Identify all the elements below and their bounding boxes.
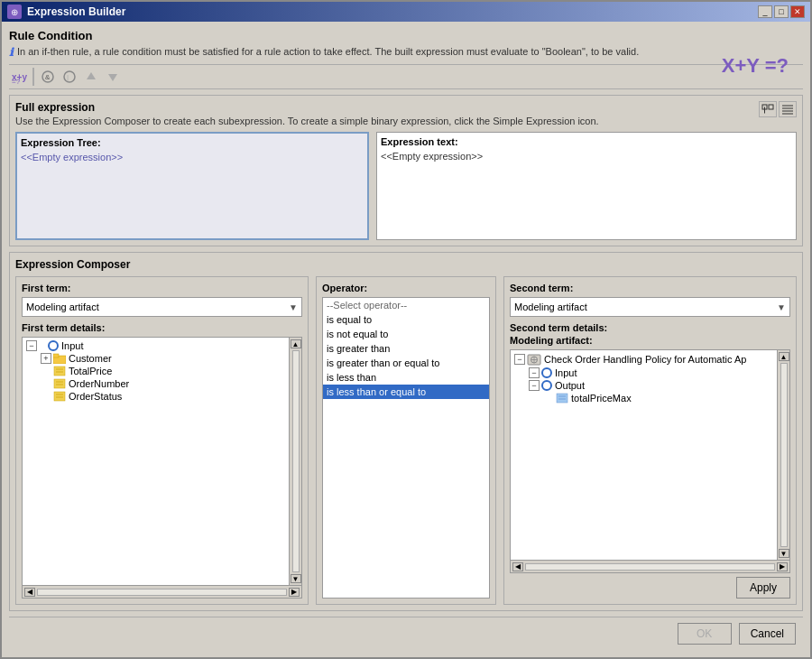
tree-row[interactable]: totalPriceMax: [512, 392, 775, 404]
full-expression-panel: Full expression Use the Expression Compo…: [9, 95, 803, 246]
expression-tree-box: Expression Tree: <<Empty expression>>: [15, 132, 369, 240]
expression-composer-panel: Expression Composer First term: Modeling…: [9, 252, 803, 611]
scroll-left-button[interactable]: ◀: [512, 562, 523, 571]
input-icon: [541, 367, 552, 378]
tree-label: Input: [61, 340, 83, 351]
scroll-up-button[interactable]: ▲: [291, 339, 301, 348]
first-term-tree-content: − Input +: [23, 338, 289, 585]
svg-marker-7: [108, 74, 117, 81]
simple-expression-icon[interactable]: [759, 101, 777, 117]
second-term-arrow: ▼: [777, 302, 786, 312]
operator-placeholder[interactable]: --Select operator--: [323, 298, 489, 312]
tree-label: OrderNumber: [69, 378, 129, 389]
tree-label: Check Order Handling Policy for Automati…: [544, 354, 746, 365]
svg-text:&: &: [45, 73, 51, 81]
operator-item[interactable]: is less than: [323, 370, 489, 385]
second-term-scrollbar-h[interactable]: ◀ ▶: [511, 560, 789, 572]
rule-condition-text: In an if-then rule, a rule condition mus…: [17, 46, 639, 57]
bottom-bar: OK Cancel: [9, 617, 803, 650]
operator-item[interactable]: is greater than or equal to: [323, 356, 489, 370]
scroll-up-button[interactable]: ▲: [779, 352, 789, 361]
expand-icon[interactable]: −: [26, 340, 37, 351]
svg-text:|: |: [67, 73, 69, 81]
window-icon: ⊕: [7, 5, 22, 19]
second-term-dropdown[interactable]: Modeling artifact ▼: [510, 297, 790, 317]
scroll-left-button[interactable]: ◀: [24, 588, 35, 597]
tree-label: Input: [555, 367, 577, 378]
scroll-down-button[interactable]: ▼: [779, 549, 789, 558]
svg-rect-30: [557, 394, 567, 403]
second-term-value: Modeling artifact: [514, 302, 587, 312]
expression-composer-title: Expression Composer: [15, 258, 797, 271]
svg-rect-20: [54, 379, 65, 388]
tree-row[interactable]: − Check Or: [512, 352, 775, 367]
expression-text-label: Expression text:: [381, 136, 792, 147]
title-bar: ⊕ Expression Builder _ □ ✕: [2, 2, 810, 22]
tree-row[interactable]: + Customer: [24, 352, 287, 365]
expand-icon[interactable]: +: [41, 353, 51, 364]
rule-condition-info: ℹ In an if-then rule, a rule condition m…: [9, 46, 803, 59]
operator-item[interactable]: is equal to: [323, 312, 489, 327]
toolbar-formula-button[interactable]: x+y=?: [9, 67, 29, 87]
tree-label: OrderStatus: [69, 391, 122, 402]
scroll-right-button[interactable]: ▶: [289, 588, 300, 597]
tree-row[interactable]: − Input: [24, 339, 287, 352]
first-term-details-label: First term details:: [22, 322, 302, 333]
expression-text-box: Expression text: <<Empty expression>>: [376, 132, 797, 240]
ok-button[interactable]: OK: [678, 623, 732, 645]
maximize-button[interactable]: □: [774, 5, 789, 18]
operator-item[interactable]: is not equal to: [323, 327, 489, 341]
output-icon: [541, 380, 552, 391]
svg-rect-17: [54, 367, 65, 376]
toolbar: x+y=? & |: [9, 64, 803, 89]
toolbar-add-and-button[interactable]: &: [38, 67, 58, 87]
svg-rect-9: [769, 105, 773, 109]
apply-button[interactable]: Apply: [736, 577, 790, 599]
tree-label: totalPriceMax: [571, 393, 632, 404]
scroll-down-button[interactable]: ▼: [291, 574, 301, 583]
expression-area: Expression Tree: <<Empty expression>> Ex…: [15, 132, 797, 240]
toolbar-add-or-button[interactable]: |: [60, 67, 79, 87]
first-term-panel: First term: Modeling artifact ▼ First te…: [15, 276, 309, 605]
operator-panel: Operator: --Select operator-- is equal t…: [316, 276, 496, 605]
svg-marker-6: [87, 72, 96, 79]
cancel-button[interactable]: Cancel: [739, 623, 796, 645]
scroll-right-button[interactable]: ▶: [777, 562, 788, 571]
second-term-tree-content: − Check Or: [511, 350, 777, 560]
minimize-button[interactable]: _: [758, 5, 772, 18]
toolbar-move-up-button[interactable]: [81, 67, 101, 87]
second-term-scrollbar-v[interactable]: ▲ ▼: [777, 350, 789, 560]
svg-text:=?: =?: [12, 78, 21, 85]
scroll-track[interactable]: [37, 589, 287, 596]
second-term-panel: Second term: Modeling artifact ▼ Second …: [503, 276, 797, 605]
operator-list[interactable]: --Select operator-- is equal to is not e…: [322, 297, 490, 599]
first-term-scrollbar-h[interactable]: ◀ ▶: [23, 585, 301, 598]
tree-row[interactable]: OrderStatus: [24, 390, 287, 403]
tree-row[interactable]: OrderNumber: [24, 377, 287, 390]
operator-item[interactable]: is greater than: [323, 341, 489, 356]
tree-row[interactable]: − Output: [512, 379, 775, 392]
formula-icon: X+Y =?: [722, 56, 789, 76]
first-term-dropdown[interactable]: Modeling artifact ▼: [22, 297, 302, 317]
operator-label: Operator:: [322, 283, 490, 293]
first-term-label: First term:: [22, 283, 302, 293]
tree-label: Output: [555, 380, 585, 391]
toolbar-move-down-button[interactable]: [103, 67, 123, 87]
close-button[interactable]: ✕: [790, 5, 805, 18]
svg-rect-23: [54, 392, 65, 401]
info-icon: ℹ: [9, 46, 14, 59]
full-expression-title: Full expression: [15, 101, 599, 114]
tree-row[interactable]: − Input: [512, 367, 775, 379]
operator-item-selected[interactable]: is less than or equal to: [323, 385, 489, 399]
title-bar-left: ⊕ Expression Builder: [7, 5, 125, 19]
expand-icon[interactable]: −: [514, 354, 525, 365]
expand-icon[interactable]: −: [529, 367, 540, 378]
svg-rect-16: [53, 354, 59, 357]
expression-builder-window: ⊕ Expression Builder _ □ ✕ Rule Conditio…: [0, 0, 812, 659]
first-term-scrollbar-v[interactable]: ▲ ▼: [289, 338, 301, 585]
title-bar-controls: _ □ ✕: [758, 5, 805, 18]
list-expression-icon[interactable]: [779, 101, 797, 117]
scroll-track[interactable]: [525, 563, 775, 571]
expand-icon[interactable]: −: [529, 380, 540, 391]
tree-row[interactable]: TotalPrice: [24, 365, 287, 377]
